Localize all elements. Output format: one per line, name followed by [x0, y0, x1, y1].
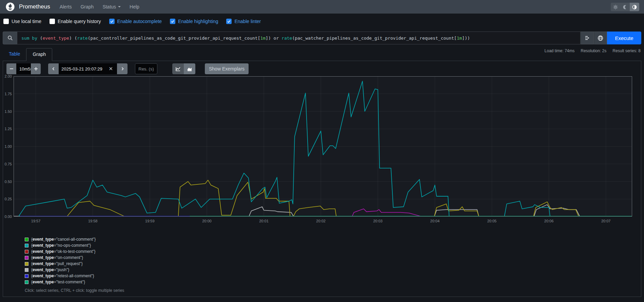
x-axis-tick: 20:03 [367, 219, 389, 223]
series-color-swatch [25, 256, 28, 260]
query-bar: sum by (event_type) (rate(pac_controller… [3, 32, 641, 44]
legend-item-push[interactable]: {event_type="push"} [25, 267, 96, 272]
tab-graph[interactable]: Graph [26, 48, 52, 61]
resolution: Resolution: 2s [581, 48, 606, 53]
nav-link-graph[interactable]: Graph [80, 4, 94, 9]
series-label: {event_type="no-ops-comment"} [31, 243, 91, 248]
y-axis-tick: 0.75 [2, 162, 12, 166]
legend-item-retest-all-comment[interactable]: {event_type="retest-all-comment"} [25, 274, 96, 278]
chevron-left-icon [52, 67, 56, 71]
legend-item-cancel-all-comment[interactable]: {event_type="cancel-all-comment"} [25, 237, 96, 242]
graph-legend: {event_type="cancel-all-comment"}{event_… [25, 237, 96, 284]
option-label: Enable autocomplete [117, 19, 162, 24]
checkbox-checked-icon[interactable] [226, 19, 232, 24]
metrics-explorer-button[interactable] [581, 32, 594, 44]
checkbox-checked-icon[interactable] [170, 19, 175, 24]
load-time: Load time: 74ms [545, 48, 575, 53]
result-tabs: Table Graph [3, 48, 52, 61]
search-icon [7, 35, 13, 41]
range-input[interactable] [16, 63, 31, 74]
chart-type-group [172, 63, 195, 74]
datetime-value: 2025-03-21 20:07:29 [61, 66, 107, 72]
stacked-chart-button[interactable] [184, 63, 195, 74]
option-label: Enable query history [58, 19, 101, 24]
y-axis-tick: 1.25 [2, 127, 12, 131]
option-use-local-time[interactable]: Use local time [3, 19, 41, 24]
tab-table[interactable]: Table [3, 48, 26, 61]
x-axis-tick: 20:06 [538, 219, 560, 223]
series-color-swatch [25, 280, 28, 284]
line-chart-button[interactable] [172, 63, 184, 74]
series-label: {event_type="on-comment"} [31, 255, 83, 260]
nav-links: AlertsGraphStatusHelp [60, 4, 139, 9]
options-bar: Use local timeEnable query historyEnable… [3, 17, 261, 26]
query-stats: Load time: 74ms Resolution: 2s Result se… [545, 48, 641, 53]
settings-button[interactable] [611, 3, 620, 11]
series-color-swatch [25, 244, 28, 247]
option-enable-autocomplete[interactable]: Enable autocomplete [109, 19, 162, 24]
chevron-right-icon [120, 67, 124, 71]
checkbox-checked-icon[interactable] [109, 19, 115, 24]
circle-half-icon [632, 5, 637, 9]
explain-query-button[interactable] [594, 32, 607, 44]
legend-item-on-comment[interactable]: {event_type="on-comment"} [25, 255, 96, 260]
decrease-range-button[interactable] [6, 63, 16, 74]
time-back-button[interactable] [48, 63, 59, 74]
auto-theme-button[interactable] [630, 3, 639, 11]
legend-item-test-comment[interactable]: {event_type="test-comment"} [25, 280, 96, 284]
stacked-chart-icon [187, 66, 192, 72]
series-label: {event_type="cancel-all-comment"} [31, 237, 96, 242]
moon-icon [623, 5, 627, 9]
increase-range-button[interactable] [31, 63, 41, 74]
series-color-swatch [25, 262, 28, 266]
execute-button[interactable]: Execute [607, 32, 641, 44]
x-axis-tick: 20:00 [196, 219, 218, 223]
nav-link-status[interactable]: Status [102, 4, 121, 9]
datetime-input[interactable]: 2025-03-21 20:07:29 ✕ [59, 63, 117, 74]
nav-link-help[interactable]: Help [130, 4, 139, 9]
series-label: {event_type="ok-to-test-comment"} [31, 249, 96, 254]
x-axis-tick: 20:07 [595, 219, 617, 223]
option-enable-highlighting[interactable]: Enable highlighting [170, 19, 218, 24]
search-icon-box [3, 32, 17, 44]
prometheus-logo-icon[interactable] [5, 2, 15, 12]
navbar: Prometheus AlertsGraphStatusHelp [0, 0, 644, 14]
result-series: Result series: 8 [612, 48, 641, 53]
option-enable-linter[interactable]: Enable linter [226, 19, 261, 24]
nav-link-alerts[interactable]: Alerts [60, 4, 72, 9]
series-color-swatch [25, 274, 28, 278]
time-forward-button[interactable] [117, 63, 128, 74]
caret-down-icon [118, 6, 121, 7]
option-enable-query-history[interactable]: Enable query history [50, 19, 101, 24]
x-axis-tick: 20:05 [481, 219, 503, 223]
range-group [6, 63, 41, 74]
option-label: Use local time [12, 19, 41, 24]
query-input[interactable]: sum by (event_type) (rate(pac_controller… [17, 32, 581, 44]
graph-canvas[interactable] [14, 76, 632, 217]
line-chart-icon [175, 66, 181, 72]
checkbox-icon[interactable] [3, 19, 9, 24]
legend-item-ok-to-test-comment[interactable]: {event_type="ok-to-test-comment"} [25, 249, 96, 254]
option-label: Enable linter [234, 19, 261, 24]
globe-icon [598, 35, 603, 41]
series-label: {event_type="retest-all-comment"} [31, 274, 94, 278]
checkbox-icon[interactable] [50, 19, 55, 24]
series-label: {event_type="pull_request"} [31, 261, 83, 266]
graph-controls: 2025-03-21 20:07:29 ✕ [6, 63, 249, 74]
clear-time-icon[interactable]: ✕ [107, 66, 114, 72]
series-label: {event_type="push"} [31, 267, 69, 272]
resolution-input[interactable] [135, 63, 157, 74]
plus-icon [34, 67, 38, 71]
dark-theme-button[interactable] [620, 3, 630, 11]
minus-icon [9, 67, 14, 71]
prometheus-app: Prometheus AlertsGraphStatusHelp [0, 0, 644, 302]
show-exemplars-button[interactable]: Show Exemplars [205, 63, 249, 74]
y-axis-tick: 2.00 [2, 74, 12, 78]
graph-panel: 2025-03-21 20:07:29 ✕ [3, 61, 641, 297]
x-axis-tick: 19:58 [82, 219, 104, 223]
x-axis-tick: 20:04 [424, 219, 446, 223]
legend-item-pull_request[interactable]: {event_type="pull_request"} [25, 261, 96, 266]
app-title: Prometheus [19, 3, 50, 10]
series-label: {event_type="test-comment"} [31, 280, 85, 284]
legend-item-no-ops-comment[interactable]: {event_type="no-ops-comment"} [25, 243, 96, 248]
